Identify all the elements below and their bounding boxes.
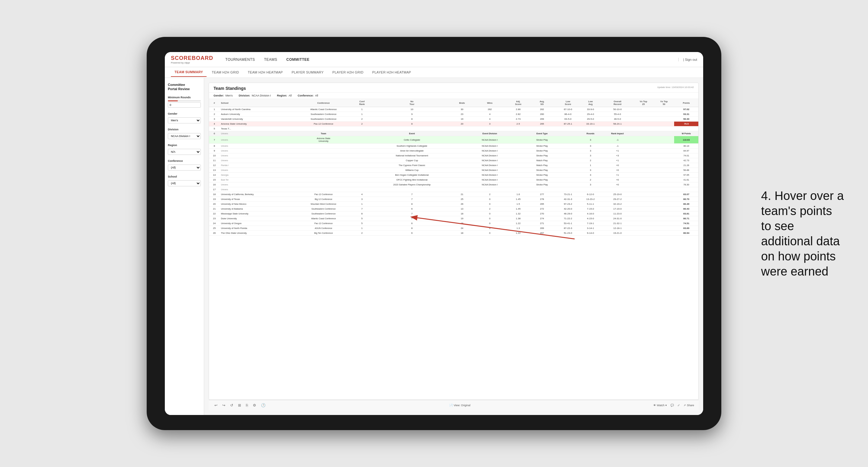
tooltip-data-row[interactable]: 7 Univers Arizona State University Celti… xyxy=(209,136,698,144)
tooltip-data-row[interactable]: 17 Univers xyxy=(209,187,698,192)
expand-button[interactable]: ⤢ xyxy=(678,404,680,407)
region-select[interactable]: N/A xyxy=(168,149,201,155)
table-row[interactable]: 22 Mississippi State University Southeas… xyxy=(209,211,698,216)
standings-title: Team Standings xyxy=(214,86,246,91)
division-label: Division xyxy=(168,128,201,131)
tooltip-data-row[interactable]: 8 Univers Southern Highlands Collegiate … xyxy=(209,144,698,149)
col-rank: # xyxy=(209,99,220,107)
division-select[interactable]: NCAA Division I xyxy=(168,133,201,139)
min-rounds-label: Minimum Rounds xyxy=(168,96,201,99)
school-label: School xyxy=(168,175,201,178)
table-row[interactable]: 4 Arizona State University Pac-12 Confer… xyxy=(209,122,698,126)
table-row[interactable]: 5Texas T... xyxy=(209,126,698,131)
col-wins: Wins xyxy=(471,99,509,107)
table-row[interactable]: 26 The Ohio State University Big Ten Con… xyxy=(209,231,698,236)
nav-tournaments[interactable]: TOURNAMENTS xyxy=(225,56,255,63)
min-rounds-input[interactable] xyxy=(168,102,201,108)
sidebar-division: Division NCAA Division I xyxy=(168,128,201,139)
table-row[interactable]: 1 University of North Carolina Atlantic … xyxy=(209,107,698,112)
tooltip-data-row[interactable]: 9 Univers Amer Ari Intercollegiate NCAA … xyxy=(209,149,698,153)
zoom-fit-button[interactable]: ⊞ xyxy=(237,403,242,408)
filter-division-value: NCAA Division I xyxy=(252,94,271,97)
toolbar-right: 👁 Watch ▾ 💬 ⤢ ↗ Share xyxy=(653,404,694,407)
tablet-device: SCOREBOARD Powered by clippi TOURNAMENTS… xyxy=(147,37,721,430)
tooltip-data-row[interactable]: 15 East Ter OFCC Fighting Illini Invitat… xyxy=(209,178,698,182)
update-time: Update time: 13/03/2024 10:03:42 xyxy=(657,86,694,89)
logo-area: SCOREBOARD Powered by clippi xyxy=(171,55,213,64)
conference-label: Conference xyxy=(168,159,201,162)
col-vs25: Vs Top25 xyxy=(633,99,654,107)
table-row[interactable]: 21 University of Alabama Southeastern Co… xyxy=(209,207,698,211)
nav-committee[interactable]: COMMITTEE xyxy=(286,56,310,63)
tab-player-summary[interactable]: PLAYER SUMMARY xyxy=(288,68,327,76)
tablet-screen: SCOREBOARD Powered by clippi TOURNAMENTS… xyxy=(165,52,703,415)
tooltip-data-row[interactable]: 11 Univers Copper Cup NCAA Division I Ma… xyxy=(209,158,698,163)
tooltip-header-row: 6 Univers Team Event Event Division Even… xyxy=(209,131,698,136)
filter-region: Region: All xyxy=(277,94,292,97)
table-row[interactable]: 2 Auburn University Southeastern Confere… xyxy=(209,112,698,117)
table-row[interactable]: 20 University of New Mexico Mountain Wes… xyxy=(209,202,698,207)
view-mode[interactable]: 📄 View: Original xyxy=(450,404,470,407)
sidebar-title: CommitteePortal Review xyxy=(168,83,201,91)
col-low-avg: LowAvg xyxy=(579,99,601,107)
filter-region-value: All xyxy=(288,94,291,97)
app-logo-sub: Powered by clippi xyxy=(171,61,213,64)
sign-out-button[interactable]: | Sign out xyxy=(678,58,697,61)
clock-icon: 🕐 xyxy=(260,403,267,408)
table-row[interactable]: 18 University of California, Berkeley Pa… xyxy=(209,192,698,197)
main-content: CommitteePortal Review Minimum Rounds Ge… xyxy=(165,78,703,415)
filter-division-label: Division: xyxy=(239,94,250,97)
col-bnds: Bnds xyxy=(454,99,471,107)
tab-player-h2h-heatmap[interactable]: PLAYER H2H HEATMAP xyxy=(369,68,415,76)
tab-player-h2h-grid[interactable]: PLAYER H2H GRID xyxy=(329,68,367,76)
gender-label: Gender xyxy=(168,112,201,115)
tab-team-h2h-grid[interactable]: TEAM H2H GRID xyxy=(208,68,243,76)
conference-select[interactable]: (All) xyxy=(168,164,201,170)
table-row[interactable]: 19 University of Texas Big 12 Conference… xyxy=(209,197,698,202)
tab-team-summary[interactable]: TEAM SUMMARY xyxy=(171,68,207,77)
table-header-row: # School Conference ConfRank NoTour Bnds… xyxy=(209,99,698,107)
refresh-button[interactable]: ↺ xyxy=(229,403,235,408)
redo-button[interactable]: ↪ xyxy=(221,403,226,408)
annotation-text: 4. Hover over a team's points to see add… xyxy=(761,188,844,279)
sub-nav: TEAM SUMMARY TEAM H2H GRID TEAM H2H HEAT… xyxy=(165,67,703,78)
tooltip-data-row[interactable]: 16 Univers 2023 Sahalee Players Champion… xyxy=(209,182,698,187)
standings-table: # School Conference ConfRank NoTour Bnds… xyxy=(209,99,698,400)
col-conference: Conference xyxy=(293,99,353,107)
filter-conference: Conference: All xyxy=(298,94,318,97)
watch-button[interactable]: 👁 Watch ▾ xyxy=(653,404,667,407)
table-row[interactable]: 3 Vanderbilt University Southeastern Con… xyxy=(209,117,698,122)
col-school: School xyxy=(220,99,293,107)
tooltip-data-row[interactable]: 14 Georgia Ben Hogan Collegiate Invitati… xyxy=(209,173,698,178)
main-nav: TOURNAMENTS TEAMS COMMITTEE xyxy=(225,56,678,63)
col-conf-rank: ConfRank xyxy=(353,99,370,107)
settings-button[interactable]: ⚙ xyxy=(252,403,257,408)
col-overall: OverallRecord xyxy=(602,99,633,107)
col-low-score: LowScore xyxy=(557,99,579,107)
app-logo: SCOREBOARD xyxy=(171,55,213,61)
min-rounds-slider[interactable] xyxy=(168,100,201,101)
share-button[interactable]: ↗ Share xyxy=(683,404,694,407)
school-select[interactable]: (All) xyxy=(168,180,201,186)
sidebar: CommitteePortal Review Minimum Rounds Ge… xyxy=(165,78,204,415)
content-area: Team Standings Update time: 13/03/2024 1… xyxy=(204,78,703,415)
sidebar-min-rounds: Minimum Rounds xyxy=(168,96,201,108)
tooltip-data-row[interactable]: 10 Univers National Invitational Tournam… xyxy=(209,153,698,158)
filter-gender: Gender: Men's xyxy=(214,94,232,97)
table-row[interactable]: 24 University of Oregon Pac-12 Conferenc… xyxy=(209,221,698,226)
table-row[interactable]: 23 Duke University Atlantic Coast Confer… xyxy=(209,216,698,221)
tooltip-data-row[interactable]: 12 Florida I The Cypress Point Classic N… xyxy=(209,163,698,168)
nav-teams[interactable]: TEAMS xyxy=(264,56,277,63)
tab-team-h2h-heatmap[interactable]: TEAM H2H HEATMAP xyxy=(244,68,286,76)
filter-conference-label: Conference: xyxy=(298,94,314,97)
comment-button[interactable]: 💬 xyxy=(671,404,674,407)
copy-button[interactable]: ⎘ xyxy=(245,403,249,408)
standings-container: Team Standings Update time: 13/03/2024 1… xyxy=(209,83,699,400)
undo-button[interactable]: ↩ xyxy=(213,403,219,408)
col-no-tour: NoTour xyxy=(370,99,453,107)
gender-select[interactable]: Men's xyxy=(168,117,201,123)
tooltip-data-row[interactable]: 13 Univers Williams Cup NCAA Division I … xyxy=(209,168,698,173)
filter-gender-label: Gender: xyxy=(214,94,224,97)
table-row[interactable]: 25 University of North Florida ASUN Conf… xyxy=(209,226,698,231)
region-label: Region xyxy=(168,144,201,147)
